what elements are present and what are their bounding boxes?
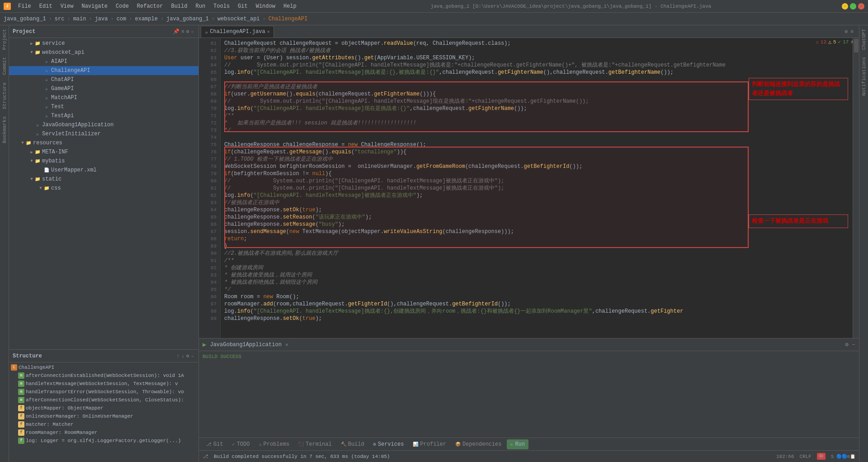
struct-method-1[interactable]: m afterConnectionEstablished(WebSocketSe… [9,372,198,380]
tab-git[interactable]: ⎇ Git [203,439,227,449]
git-icon: ⎇ [206,442,212,447]
tab-close[interactable]: ✕ [267,29,270,34]
struct-field-4[interactable]: f roomManager: RoomManager [9,429,198,437]
tree-gameapi[interactable]: ☕ GameAPI [9,84,198,93]
breadcrumb-class[interactable]: ChallengeAPI [269,16,307,22]
tab-build-label: Build [348,441,364,448]
menu-tools[interactable]: Tools [210,2,233,10]
menu-run[interactable]: Run [192,2,209,10]
struct-field-1[interactable]: f objectMapper: ObjectMapper [9,404,198,412]
struct-icon1[interactable]: ⚙ [185,352,190,359]
tree-matchapi[interactable]: ☕ MatchAPI [9,93,198,102]
tree-metainf[interactable]: ▶ 📁 META-INF [9,148,198,157]
tree-mybatis[interactable]: ▼ 📁 mybatis [9,157,198,166]
tree-test[interactable]: ☕ Test [9,102,198,111]
tree-aiapi[interactable]: ☕ AIAPI [9,57,198,66]
right-panel-labels: ChatGPT Notifications [859,25,868,462]
problems-icon: ⚠ [259,442,261,447]
tab-todo[interactable]: ✓ TODO [229,439,254,449]
run-close[interactable]: ✕ [285,342,288,348]
tree-static[interactable]: ▼ 📁 static [9,175,198,184]
menu-code[interactable]: Code [112,2,132,10]
project-minimize[interactable]: – [190,29,195,35]
tree-websocket-api[interactable]: ▼ 📁 websocket_api [9,48,198,57]
struct-field-3[interactable]: f matcher: Matcher [9,420,198,429]
struct-sort-asc[interactable]: ↑ [176,353,181,359]
project-header: Project 📌 ≡ ⚙ – [9,25,198,38]
breadcrumb-gobang[interactable]: java_gobang_1 [166,16,209,22]
tree-servlet[interactable]: ☕ ServletInitializer [9,129,198,138]
menu-view[interactable]: View [57,2,77,10]
bookmarks-label[interactable]: Bookmarks [1,113,8,147]
tab-services[interactable]: ⚙ Services [370,439,408,449]
breadcrumb-main[interactable]: main [73,16,86,22]
commit-label[interactable]: Commit [1,53,8,79]
folder-icon: 📁 [34,176,41,182]
tree-service[interactable]: ▶ 📁 service [9,39,198,48]
struct-method-4[interactable]: m afterConnectionClosed(WebSocketSession… [9,396,198,404]
code-editor[interactable]: ⚠ 12 △ 5 ✓ 17 ∧ 61626364 65666768 697071… [199,38,859,338]
minimize-button[interactable]: – [842,3,848,10]
struct-field-5[interactable]: f log: Logger = org.slf4j.LoggerFactory.… [9,437,198,445]
tree-challengeapi[interactable]: ☕ ChallengeAPI [9,66,198,75]
code-line-80: // System.out.println("[ChallengeAPI. ha… [224,177,849,185]
struct-method-3[interactable]: m handleTransportError(WebSocketSession,… [9,388,198,396]
menu-refactor[interactable]: Refactor [133,2,167,10]
gpt-label[interactable]: ChatGPT [860,25,868,53]
struct-class[interactable]: C ChallengeAPI [9,363,198,372]
struct-field-2[interactable]: f onlineUserManager: OnlineUserManager [9,412,198,420]
close-button[interactable]: ✕ [858,3,864,10]
breadcrumb-websocket[interactable]: websocket_api [217,16,260,22]
breadcrumb-com[interactable]: com [117,16,127,22]
field-icon: f [18,429,24,436]
info-icon: ✓ [838,39,841,45]
breadcrumb-src[interactable]: src [55,16,65,22]
breadcrumb-example[interactable]: example [135,16,157,22]
menu-window[interactable]: Window [252,2,279,10]
menu-file[interactable]: File [14,2,35,10]
tree-javagobang-app[interactable]: ☕ JavaGobang1Application [9,120,198,129]
tab-build[interactable]: 🔨 Build [337,439,368,449]
tab-profiler[interactable]: 📊 Profiler [409,439,450,449]
tree-resources[interactable]: ▼ 📁 resources [9,138,198,148]
struct-method-2[interactable]: m handleTextMessage(WebSocketSession, Te… [9,380,198,388]
struct-icon2[interactable]: – [190,353,195,359]
tree-testapi[interactable]: ☕ TestApi [9,111,198,120]
run-minimize-icon[interactable]: – [852,342,855,348]
scroll-thumb[interactable] [854,39,859,52]
breadcrumb-project[interactable]: java_gobang_1 [4,16,46,22]
folder-icon: 📁 [34,149,41,155]
breadcrumb-java[interactable]: java [95,16,108,22]
run-settings-icon[interactable]: ⚙ [845,341,849,348]
project-pin[interactable]: 📌 [172,28,180,35]
code-line-89: } [224,243,849,250]
run-icon: ▶ [510,442,513,447]
method-icon: m [18,381,24,387]
editor-area: ☕ ChallengeAPI.java ✕ ⚙ ≡ ⚠ 12 △ 5 ✓ 17 … [199,25,859,338]
cursor-position: 182:66 [776,454,794,459]
menu-navigate[interactable]: Navigate [78,2,111,10]
project-sort[interactable]: ⚙ [185,28,190,35]
tree-chatapi[interactable]: ☕ ChatAPI [9,75,198,84]
menu-help[interactable]: Help [280,2,300,10]
notification-label[interactable]: Notifications [860,53,868,100]
structure-label[interactable]: Structure [1,79,8,113]
tab-problems[interactable]: ⚠ Problems [255,439,293,449]
tab-run[interactable]: ▶ Run [507,439,528,449]
struct-sort-desc[interactable]: ↓ [180,353,185,359]
tab-terminal[interactable]: ⬛ Terminal [295,439,335,449]
maximize-button[interactable]: □ [850,3,856,10]
code-line-67: //判断当前用户是挑战者还是被挑战者 [224,83,849,90]
tab-dependencies[interactable]: 📦 Dependencies [452,439,505,449]
tree-arrow: ▼ [29,50,34,55]
menu-edit[interactable]: Edit [36,2,56,10]
collapse-icon[interactable]: ∧ [850,39,854,45]
menu-build[interactable]: Build [167,2,191,10]
tab-challengeapi[interactable]: ☕ ChallengeAPI.java ✕ [201,26,274,38]
code-content[interactable]: 判断前端连接到这里的苏的是挑战者还是被挑战者 检查一下被挑战者是正在游戏 Cha… [221,38,853,338]
menu-git[interactable]: Git [234,2,251,10]
project-label[interactable]: Project [1,25,8,53]
project-expand[interactable]: ≡ [180,29,185,35]
tree-css[interactable]: ▼ 📁 css [9,184,198,193]
tree-usermapper[interactable]: 📄 UserMapper.xml [9,166,198,175]
